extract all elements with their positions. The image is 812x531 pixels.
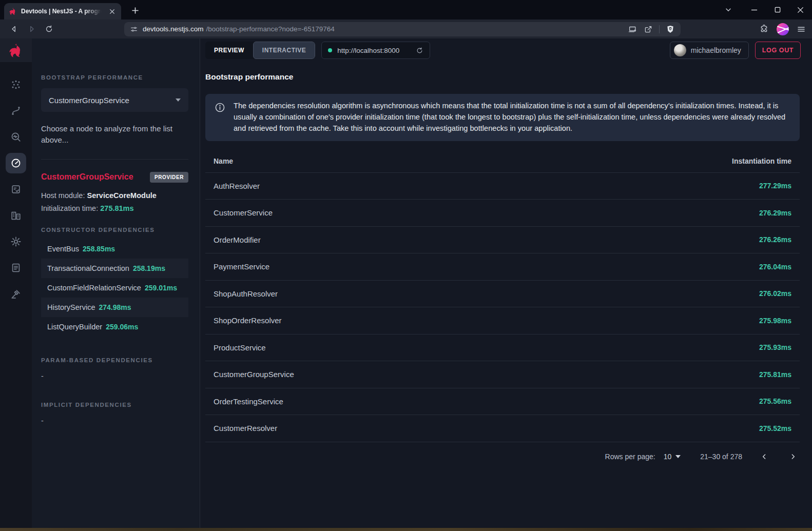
target-url-input[interactable]: http://localhost:8000 <box>321 42 430 59</box>
browser-window: Devtools | NestJS - A progressive <box>0 0 812 531</box>
url-path: /bootstrap-performance?node=-65179764 <box>206 25 335 33</box>
devtools-app: BOOTSTRAP PERFORMANCE CustomerGroupServi… <box>0 38 812 528</box>
pagination-range: 21–30 of 278 <box>700 453 742 461</box>
table-header: Name Instantiation time <box>205 150 800 173</box>
maximize-icon[interactable] <box>766 0 789 19</box>
target-reload-icon[interactable] <box>416 47 423 54</box>
close-icon[interactable] <box>789 0 812 19</box>
panel-heading: BOOTSTRAP PERFORMANCE <box>41 74 188 81</box>
insights-search-icon[interactable] <box>6 127 26 147</box>
info-box: The dependencies resolution algorithm is… <box>205 94 800 141</box>
preview-tab[interactable]: PREVIEW <box>205 42 253 59</box>
username: michaelbromley <box>691 46 741 54</box>
target-url-value: http://localhost:8000 <box>337 47 399 54</box>
graph-nodes-icon[interactable] <box>6 74 26 95</box>
tune-icon[interactable] <box>130 25 138 33</box>
table-row[interactable]: CustomerResolver 275.52ms <box>205 415 800 442</box>
dependency-item[interactable]: ListQueryBuilder 259.06ms <box>41 317 188 337</box>
init-time-row: Initialization time: 275.81ms <box>41 204 188 212</box>
param-deps-heading: PARAM-BASED DEPENDENCIES <box>41 357 188 363</box>
dependency-item[interactable]: HistoryService 274.98ms <box>41 298 188 317</box>
bootstrap-gauge-icon[interactable] <box>6 153 26 173</box>
table-row[interactable]: CustomerGroupService 275.81ms <box>205 361 800 388</box>
dependency-name: HistoryService <box>47 303 95 311</box>
row-name: ShopOrderResolver <box>214 316 282 325</box>
dependency-item[interactable]: CustomFieldRelationService 259.01ms <box>41 278 188 298</box>
row-time: 276.02ms <box>759 289 791 298</box>
tab-search-chevron-icon[interactable] <box>718 0 739 19</box>
dependency-item[interactable]: EventBus 258.85ms <box>41 239 188 259</box>
back-icon[interactable] <box>6 22 22 37</box>
table-row[interactable]: CustomerService 276.29ms <box>205 200 800 227</box>
tab-close-icon[interactable] <box>107 7 117 16</box>
select-hint: Choose a node to analyze from the list a… <box>41 123 188 146</box>
rows-per-page-value: 10 <box>664 453 672 461</box>
host-module-row: Host module: ServiceCoreModule <box>41 191 188 200</box>
dependency-name: ListQueryBuilder <box>47 323 102 331</box>
node-select-value: CustomerGroupService <box>49 96 129 105</box>
next-page-button[interactable] <box>786 450 800 463</box>
node-select[interactable]: CustomerGroupService <box>41 88 188 112</box>
table-row[interactable]: ShopAuthResolver 276.02ms <box>205 281 800 308</box>
menu-hamburger-icon[interactable] <box>797 25 806 34</box>
name-column-header: Name <box>214 157 233 165</box>
row-name: CustomerGroupService <box>214 370 294 379</box>
routes-icon[interactable] <box>6 101 26 121</box>
docs-file-icon[interactable] <box>6 258 26 278</box>
implicit-deps-empty: - <box>41 417 188 425</box>
profile-avatar[interactable] <box>777 23 789 35</box>
modules-buildings-icon[interactable] <box>6 205 26 226</box>
row-name: OrderModifier <box>214 235 261 244</box>
table-body: AuthResolver 277.29ms CustomerService 27… <box>205 173 800 442</box>
table-row[interactable]: ProductService 275.93ms <box>205 335 800 362</box>
share-icon[interactable] <box>644 25 653 34</box>
table-row[interactable]: PaymentService 276.04ms <box>205 253 800 281</box>
send-to-device-icon[interactable] <box>628 25 637 34</box>
table-row[interactable]: AuthResolver 277.29ms <box>205 173 800 200</box>
provider-badge: PROVIDER <box>150 172 188 183</box>
browser-toolbar: devtools.nestjs.com/bootstrap-performanc… <box>0 19 812 38</box>
dependency-item[interactable]: TransactionalConnection 258.19ms <box>41 259 188 278</box>
reload-icon[interactable] <box>41 22 56 37</box>
window-controls <box>718 0 812 19</box>
row-name: PaymentService <box>214 262 269 271</box>
audit-checklist-icon[interactable] <box>6 179 26 200</box>
chevron-down-icon <box>176 99 181 102</box>
brave-shield-icon[interactable] <box>666 25 675 34</box>
nav-rail <box>0 38 32 528</box>
info-text: The dependencies resolution algorithm is… <box>234 101 787 134</box>
constructor-deps-heading: CONSTRUCTOR DEPENDENCIES <box>41 227 188 233</box>
tab-title: Devtools | NestJS - A progressive <box>21 8 103 15</box>
dependency-time: 259.06ms <box>106 323 138 331</box>
param-deps-empty: - <box>41 372 188 380</box>
address-bar[interactable]: devtools.nestjs.com/bootstrap-performanc… <box>124 22 681 36</box>
gavel-icon[interactable] <box>6 284 26 304</box>
desktop-edge <box>0 528 812 531</box>
nestjs-logo <box>0 38 32 62</box>
init-time-value: 275.81ms <box>100 204 133 212</box>
settings-gear-icon[interactable] <box>6 231 26 252</box>
extensions-puzzle-icon[interactable] <box>759 24 769 34</box>
new-tab-icon[interactable] <box>128 4 142 17</box>
rows-per-page-select[interactable]: 10 <box>664 453 681 461</box>
forward-icon[interactable] <box>24 22 39 37</box>
url-domain: devtools.nestjs.com <box>143 25 204 33</box>
logout-button[interactable]: LOG OUT <box>755 42 801 59</box>
dependency-name: EventBus <box>47 245 79 253</box>
row-time: 275.56ms <box>759 397 791 405</box>
browser-tab[interactable]: Devtools | NestJS - A progressive <box>4 3 121 19</box>
row-name: AuthResolver <box>214 182 260 190</box>
row-name: CustomerService <box>214 208 273 217</box>
rows-per-page-label: Rows per page: <box>605 453 655 461</box>
previous-page-button[interactable] <box>758 450 771 463</box>
row-time: 276.29ms <box>759 209 791 217</box>
table-row[interactable]: OrderModifier 276.26ms <box>205 227 800 254</box>
table-row[interactable]: ShopOrderResolver 275.98ms <box>205 307 800 335</box>
interactive-tab[interactable]: INTERACTIVE <box>253 42 316 59</box>
nestjs-favicon <box>9 7 17 15</box>
mode-toggle: PREVIEW INTERACTIVE <box>205 42 315 59</box>
user-menu[interactable]: michaelbromley <box>670 42 749 59</box>
table-row[interactable]: OrderTestingService 275.56ms <box>205 388 800 416</box>
app-header: PREVIEW INTERACTIVE http://localhost:800… <box>200 38 812 62</box>
minimize-icon[interactable] <box>743 0 766 19</box>
